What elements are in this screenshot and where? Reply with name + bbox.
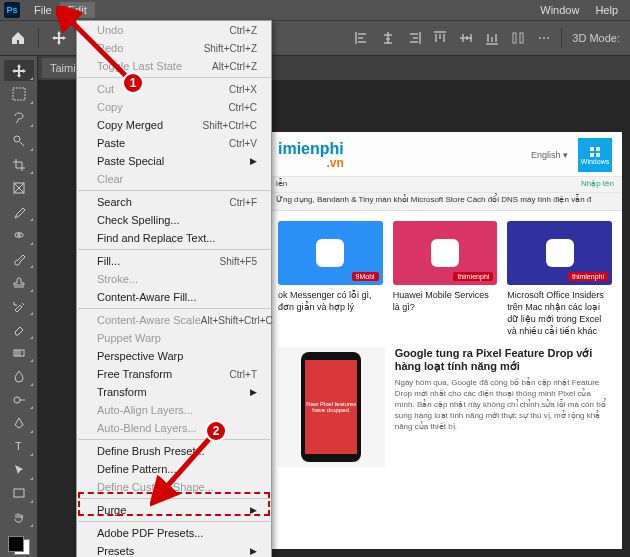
svg-rect-13 <box>590 147 594 151</box>
tutorial-step-2: 2 <box>205 420 227 442</box>
svg-point-3 <box>543 37 545 39</box>
type-tool[interactable]: T <box>4 436 34 457</box>
align-left-icon[interactable] <box>351 27 373 49</box>
eraser-tool[interactable] <box>4 318 34 339</box>
menu-file[interactable]: File <box>26 2 60 18</box>
tools-panel: T <box>0 56 38 557</box>
windows-badge: Windows <box>578 138 612 172</box>
3d-mode-label: 3D Mode: <box>568 32 624 44</box>
tutorial-arrow-1 <box>56 6 136 86</box>
svg-rect-1 <box>520 33 523 43</box>
content-card[interactable]: thimienphiHuawei Mobile Services là gì? <box>393 221 498 337</box>
menu-item-content-aware-scale: Content-Aware ScaleAlt+Shift+Ctrl+C <box>77 311 271 329</box>
content-card[interactable]: 9Mobiok Messenger có lỗi gì, đơn giản và… <box>278 221 383 337</box>
svg-rect-14 <box>596 147 600 151</box>
quick-select-tool[interactable] <box>4 130 34 151</box>
menu-item-adobe-pdf-presets[interactable]: Adobe PDF Presets... <box>77 524 271 542</box>
home-icon[interactable] <box>6 26 30 50</box>
site-logo: imienphi.vn <box>278 140 344 170</box>
align-bottom-icon[interactable] <box>481 27 503 49</box>
svg-text:T: T <box>15 440 22 452</box>
color-swatch[interactable] <box>6 534 32 557</box>
svg-rect-0 <box>513 33 516 43</box>
login-link[interactable]: Nhập tên <box>581 179 614 188</box>
menu-item-presets[interactable]: Presets▶ <box>77 542 271 557</box>
site-tab: iễn <box>276 179 287 188</box>
svg-point-6 <box>14 136 20 142</box>
align-top-icon[interactable] <box>429 27 451 49</box>
menu-item-copy: CopyCtrl+C <box>77 98 271 116</box>
app-logo: Ps <box>4 2 20 18</box>
menu-item-copy-merged[interactable]: Copy MergedShift+Ctrl+C <box>77 116 271 134</box>
language-selector[interactable]: English ▾ <box>531 150 568 160</box>
svg-point-10 <box>14 397 20 403</box>
news-ticker: Ứng dụng, Bandanh & Tiny màn khỏi Micros… <box>268 193 622 211</box>
article-excerpt: Ngày hôm qua, Google đã công bố bản cập … <box>395 377 612 432</box>
path-select-tool[interactable] <box>4 459 34 480</box>
menu-item-clear: Clear <box>77 170 271 188</box>
eyedropper-tool[interactable] <box>4 201 34 222</box>
svg-rect-5 <box>13 88 25 100</box>
article-thumb: New Pixel featureshave dropped. <box>278 347 385 467</box>
menu-item-puppet-warp: Puppet Warp <box>77 329 271 347</box>
history-brush-tool[interactable] <box>4 295 34 316</box>
svg-rect-15 <box>590 153 594 157</box>
brush-tool[interactable] <box>4 248 34 269</box>
gradient-tool[interactable] <box>4 342 34 363</box>
blur-tool[interactable] <box>4 365 34 386</box>
frame-tool[interactable] <box>4 177 34 198</box>
crop-tool[interactable] <box>4 154 34 175</box>
svg-rect-12 <box>14 489 24 497</box>
menu-item-find-and-replace-text[interactable]: Find and Replace Text... <box>77 229 271 247</box>
stamp-tool[interactable] <box>4 271 34 292</box>
hand-tool[interactable] <box>4 506 34 527</box>
shape-tool[interactable] <box>4 483 34 504</box>
menu-item-transform[interactable]: Transform▶ <box>77 383 271 401</box>
menu-item-auto-align-layers: Auto-Align Layers... <box>77 401 271 419</box>
more-options-icon[interactable] <box>533 27 555 49</box>
move-tool[interactable] <box>4 60 34 81</box>
menu-item-content-aware-fill[interactable]: Content-Aware Fill... <box>77 288 271 306</box>
pen-tool[interactable] <box>4 412 34 433</box>
svg-rect-16 <box>596 153 600 157</box>
menu-item-stroke: Stroke... <box>77 270 271 288</box>
svg-point-2 <box>539 37 541 39</box>
dodge-tool[interactable] <box>4 389 34 410</box>
distribute-icon[interactable] <box>507 27 529 49</box>
marquee-tool[interactable] <box>4 83 34 104</box>
tutorial-step-1: 1 <box>122 72 144 94</box>
content-card[interactable]: thimienphiMicrosoft Office Insiders trên… <box>507 221 612 337</box>
menu-item-paste-special[interactable]: Paste Special▶ <box>77 152 271 170</box>
align-right-icon[interactable] <box>403 27 425 49</box>
align-vcenter-icon[interactable] <box>455 27 477 49</box>
menu-help[interactable]: Help <box>587 2 626 18</box>
svg-point-4 <box>547 37 549 39</box>
menu-item-free-transform[interactable]: Free TransformCtrl+T <box>77 365 271 383</box>
align-hcenter-icon[interactable] <box>377 27 399 49</box>
menu-window[interactable]: Window <box>532 2 587 18</box>
heal-tool[interactable] <box>4 224 34 245</box>
menu-item-perspective-warp[interactable]: Perspective Warp <box>77 347 271 365</box>
article-title[interactable]: Google tung ra Pixel Feature Drop với hà… <box>395 347 612 373</box>
menu-item-search[interactable]: SearchCtrl+F <box>77 193 271 211</box>
lasso-tool[interactable] <box>4 107 34 128</box>
menu-item-fill[interactable]: Fill...Shift+F5 <box>77 252 271 270</box>
document-content: imienphi.vn English ▾ Windows iễnNhập tê… <box>268 132 622 549</box>
menu-item-check-spelling[interactable]: Check Spelling... <box>77 211 271 229</box>
menu-item-paste[interactable]: PasteCtrl+V <box>77 134 271 152</box>
